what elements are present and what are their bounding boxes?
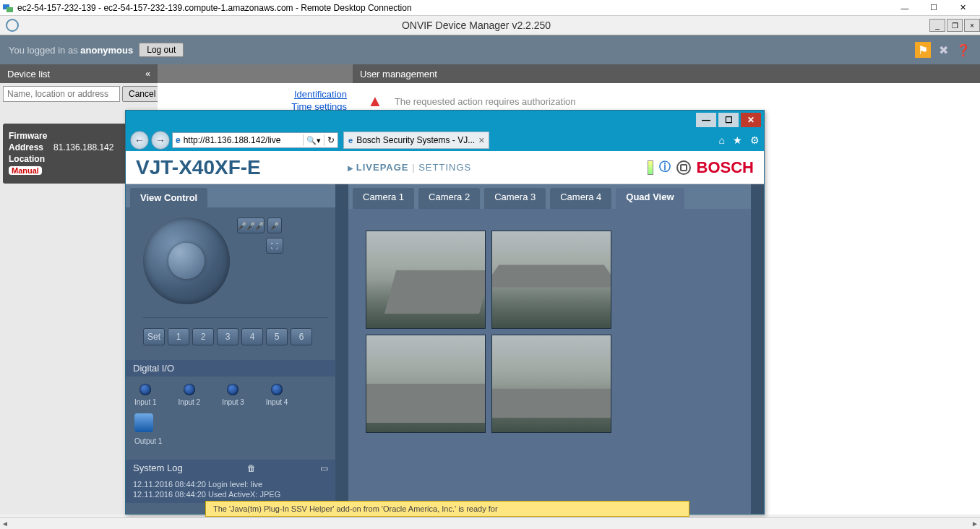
settings-icon[interactable]: ✖ bbox=[935, 42, 951, 58]
settings-link[interactable]: SETTINGS bbox=[418, 162, 471, 173]
rdp-titlebar: ec2-54-157-232-139 - ec2-54-157-232-139.… bbox=[0, 0, 980, 16]
camera-feed-3[interactable] bbox=[366, 335, 486, 433]
quad-view-tab[interactable]: Quad View bbox=[616, 188, 684, 209]
log-line: 12.11.2016 08:44:20 Login level: live bbox=[133, 479, 328, 489]
preset-3-button[interactable]: 3 bbox=[217, 328, 238, 345]
led-icon bbox=[139, 384, 151, 395]
scroll-right-icon[interactable]: ► bbox=[971, 520, 979, 528]
rdp-minimize-button[interactable]: — bbox=[890, 0, 919, 16]
ie-close-button[interactable]: ✕ bbox=[741, 113, 761, 127]
onvif-close-button[interactable]: × bbox=[964, 19, 980, 32]
ie-minimize-button[interactable]: — bbox=[696, 113, 716, 127]
preset-5-button[interactable]: 5 bbox=[266, 328, 288, 345]
search-icon[interactable]: 🔍▾ bbox=[306, 136, 321, 145]
led-icon bbox=[227, 384, 238, 395]
sidebar-scrollbar[interactable] bbox=[335, 184, 348, 514]
system-log-header: System Log 🗑 ▭ bbox=[126, 460, 335, 476]
system-log-body: 12.11.2016 08:44:20 Login level: live 12… bbox=[126, 476, 335, 503]
main-view-area: Camera 1 Camera 2 Camera 3 Camera 4 Quad… bbox=[348, 184, 751, 514]
user-mgmt-header: User management bbox=[353, 64, 980, 83]
svg-rect-1 bbox=[7, 7, 13, 12]
audio-button[interactable]: 🎤🎤🎤 bbox=[237, 218, 265, 233]
login-user: anonymous bbox=[80, 45, 133, 56]
tools-icon[interactable]: ⚙ bbox=[750, 134, 760, 146]
camera-4-tab[interactable]: Camera 4 bbox=[550, 188, 611, 209]
output-1-label: Output 1 bbox=[134, 437, 162, 445]
address-bar[interactable]: e http://81.136.188.142/live 🔍▾ ↻ bbox=[172, 132, 338, 148]
preset-2-button[interactable]: 2 bbox=[192, 328, 214, 345]
view-control-sidebar: View Control 🎤🎤🎤 🎤 ⛶ bbox=[126, 184, 335, 514]
quad-view-grid bbox=[348, 209, 751, 433]
onvif-minimize-button[interactable]: _ bbox=[929, 19, 945, 32]
ie-window: — ☐ ✕ ← → e http://81.136.188.142/live 🔍… bbox=[125, 110, 765, 515]
addon-notification-bar[interactable]: The 'Java(tm) Plug-In SSV Helper' add-on… bbox=[205, 501, 689, 517]
ie-logo-icon: e bbox=[176, 135, 181, 145]
camera-3-tab[interactable]: Camera 3 bbox=[484, 188, 546, 209]
cancel-button[interactable]: Cancel bbox=[122, 86, 162, 102]
logout-button[interactable]: Log out bbox=[139, 43, 184, 57]
onvif-titlebar: ONVIF Device Manager v2.2.250 _ ❐ × bbox=[0, 16, 980, 35]
preset-4-button[interactable]: 4 bbox=[241, 328, 263, 345]
rdp-icon bbox=[3, 3, 13, 13]
back-button[interactable]: ← bbox=[130, 131, 149, 150]
rdp-title: ec2-54-157-232-139 - ec2-54-157-232-139.… bbox=[17, 3, 890, 13]
page-header: VJT-X40XF-E ▶LIVEPAGE | SETTINGS ⓘ BOSCH bbox=[126, 151, 764, 184]
onvif-maximize-button[interactable]: ❐ bbox=[947, 19, 963, 32]
led-icon bbox=[271, 384, 283, 395]
tab-title: Bosch Security Systems - VJ... bbox=[356, 135, 475, 145]
input-3: Input 3 bbox=[222, 384, 244, 406]
input-1-label: Input 1 bbox=[134, 398, 157, 406]
help-icon[interactable]: ❓ bbox=[955, 42, 971, 58]
camera-tabs: Camera 1 Camera 2 Camera 3 Camera 4 Quad… bbox=[348, 184, 751, 209]
camera-1-tab[interactable]: Camera 1 bbox=[353, 188, 414, 209]
preset-1-button[interactable]: 1 bbox=[168, 328, 189, 345]
refresh-icon[interactable]: ↻ bbox=[327, 135, 335, 145]
identification-link[interactable]: Identification bbox=[163, 89, 347, 100]
camera-feed-2[interactable] bbox=[491, 231, 611, 329]
scroll-left-icon[interactable]: ◄ bbox=[1, 520, 9, 528]
digital-io-label: Digital I/O bbox=[133, 363, 174, 374]
collapse-icon[interactable]: « bbox=[145, 69, 150, 79]
url-text: http://81.136.188.142/live bbox=[184, 135, 300, 145]
apply-icon[interactable]: ⚑ bbox=[915, 42, 931, 58]
home-icon[interactable]: ⌂ bbox=[719, 134, 725, 146]
mic-button[interactable]: 🎤 bbox=[267, 218, 282, 233]
manual-badge: Manual bbox=[9, 166, 42, 175]
preset-set-button[interactable]: Set bbox=[143, 328, 165, 345]
input-3-label: Input 3 bbox=[222, 398, 244, 406]
detail-header bbox=[158, 64, 353, 83]
livepage-link[interactable]: LIVEPAGE bbox=[356, 162, 409, 173]
output-button-icon[interactable] bbox=[134, 413, 153, 432]
browser-tab[interactable]: e Bosch Security Systems - VJ... × bbox=[343, 132, 489, 149]
info-icon[interactable]: ⓘ bbox=[659, 160, 671, 175]
digital-io-header: Digital I/O bbox=[126, 360, 335, 377]
view-control-tab[interactable]: View Control bbox=[130, 188, 207, 207]
device-search-input[interactable] bbox=[3, 86, 120, 102]
auth-warning-text: The requested action requires authorizat… bbox=[395, 96, 576, 107]
camera-2-tab[interactable]: Camera 2 bbox=[418, 188, 480, 209]
preset-6-button[interactable]: 6 bbox=[291, 328, 312, 345]
fullscreen-button[interactable]: ⛶ bbox=[266, 238, 283, 254]
tab-favicon-icon: e bbox=[348, 136, 353, 145]
horizontal-scrollbar[interactable]: ◄ ► bbox=[0, 517, 980, 529]
address-value: 81.136.188.142 bbox=[53, 142, 113, 152]
favorites-icon[interactable]: ★ bbox=[733, 134, 742, 146]
addon-message: The 'Java(tm) Plug-In SSV Helper' add-on… bbox=[213, 504, 498, 513]
ptz-control-wheel[interactable] bbox=[143, 218, 230, 304]
forward-button[interactable]: → bbox=[151, 131, 170, 150]
firmware-label: Firmware bbox=[9, 131, 53, 141]
trash-icon[interactable]: 🗑 bbox=[243, 463, 256, 473]
input-4-label: Input 4 bbox=[266, 398, 288, 406]
ie-maximize-button[interactable]: ☐ bbox=[718, 113, 739, 127]
output-1[interactable]: Output 1 bbox=[126, 413, 335, 452]
input-1: Input 1 bbox=[134, 384, 157, 406]
ie-nav-bar: ← → e http://81.136.188.142/live 🔍▾ ↻ e … bbox=[126, 129, 764, 151]
camera-feed-1[interactable] bbox=[366, 231, 486, 329]
tab-close-icon[interactable]: × bbox=[478, 134, 484, 146]
rdp-close-button[interactable]: ✕ bbox=[948, 0, 977, 16]
camera-feed-4[interactable] bbox=[491, 335, 611, 433]
rdp-maximize-button[interactable]: ☐ bbox=[919, 0, 948, 16]
main-scrollbar[interactable] bbox=[751, 184, 764, 514]
device-list-header: Device list « bbox=[0, 64, 158, 83]
popup-icon[interactable]: ▭ bbox=[316, 463, 328, 473]
